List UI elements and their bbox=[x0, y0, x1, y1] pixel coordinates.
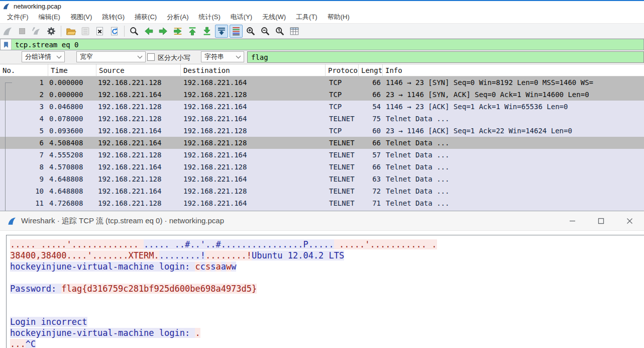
packet-row[interactable]: 104.648808192.168.221.164192.168.221.128… bbox=[0, 185, 644, 197]
packet-row[interactable]: 84.570808192.168.221.164192.168.221.128T… bbox=[0, 161, 644, 173]
packet-cell-info: 23 → 1146 [SYN, ACK] Seq=0 Ack=1 Win=146… bbox=[383, 89, 644, 101]
packet-cell-protocol: TCP bbox=[326, 76, 359, 89]
packet-cell-source: 192.168.221.128 bbox=[96, 149, 181, 161]
menu-item[interactable]: 文件(F) bbox=[2, 11, 34, 23]
menu-item[interactable]: 统计(S) bbox=[193, 11, 225, 23]
menu-item[interactable]: 帮助(H) bbox=[323, 11, 355, 23]
find-type-dropdown[interactable]: 字符串 bbox=[201, 51, 244, 62]
find-char-width-value: 宽窄 bbox=[80, 52, 93, 61]
go-first-packet-icon[interactable] bbox=[186, 25, 199, 38]
column-header-info[interactable]: Info bbox=[383, 64, 644, 76]
menu-item[interactable]: 捕获(C) bbox=[130, 11, 162, 23]
toolbar-separator bbox=[124, 26, 125, 37]
go-forward-icon[interactable] bbox=[157, 25, 170, 38]
packet-list-header: No.TimeSourceDestinationProtocolLengthIn… bbox=[0, 64, 644, 76]
packet-cell-length: 66 bbox=[359, 89, 383, 101]
auto-scroll-icon[interactable] bbox=[215, 25, 228, 38]
packet-cell-length: 60 bbox=[359, 125, 383, 137]
find-search-in-dropdown[interactable]: 分组详情 bbox=[22, 51, 65, 62]
packet-row[interactable]: 74.555208192.168.221.128192.168.221.164T… bbox=[0, 149, 644, 161]
stream-content-box[interactable]: ..... .....'............. ..... ..#..'..… bbox=[6, 235, 644, 348]
column-header-protocol[interactable]: Protocol bbox=[326, 64, 359, 76]
menu-item[interactable]: 无线(W) bbox=[257, 11, 291, 23]
zoom-out-icon[interactable] bbox=[259, 25, 272, 38]
column-header-time[interactable]: Time bbox=[48, 64, 96, 76]
find-packet-icon[interactable] bbox=[128, 25, 141, 38]
title-bar: networking.pcap bbox=[0, 1, 644, 11]
packet-cell-no: 6 bbox=[0, 137, 48, 149]
packet-cell-destination: 192.168.221.128 bbox=[181, 137, 326, 149]
server-data-segment: ........! bbox=[159, 250, 205, 260]
menu-item[interactable]: 跳转(G) bbox=[97, 11, 130, 23]
menu-item[interactable]: 分析(A) bbox=[162, 11, 193, 23]
client-data-segment: flag{d316759c281bf925d600be698a4973d5} bbox=[61, 284, 257, 294]
packet-cell-destination: 192.168.221.128 bbox=[181, 89, 326, 101]
column-header-length[interactable]: Length bbox=[359, 64, 383, 76]
stream-line bbox=[10, 294, 644, 305]
case-sensitive-checkbox[interactable] bbox=[147, 53, 155, 61]
server-data-segment: hockeyinjune-virtual-machine login: bbox=[10, 328, 195, 338]
packet-row[interactable]: 10.000000192.168.221.128192.168.221.164T… bbox=[0, 76, 644, 89]
toolbar-separator bbox=[61, 26, 61, 37]
minimize-button[interactable] bbox=[558, 211, 587, 230]
column-header-destination[interactable]: Destination bbox=[181, 64, 326, 76]
filter-bookmark-button[interactable] bbox=[1, 39, 12, 50]
packet-row[interactable]: 114.726808192.168.221.128192.168.221.164… bbox=[0, 197, 644, 209]
menu-item[interactable]: 视图(V) bbox=[65, 11, 97, 23]
stream-line: Login incorrect bbox=[10, 316, 644, 327]
column-header-source[interactable]: Source bbox=[96, 64, 181, 76]
packet-cell-length: 71 bbox=[359, 197, 383, 209]
packet-cell-no: 2 bbox=[0, 89, 48, 101]
stop-capture-icon bbox=[16, 25, 29, 38]
zoom-in-icon[interactable] bbox=[244, 25, 257, 38]
packet-row[interactable]: 94.648808192.168.221.128192.168.221.164T… bbox=[0, 173, 644, 185]
display-filter-input[interactable] bbox=[12, 39, 643, 50]
go-back-icon[interactable] bbox=[142, 25, 155, 38]
menu-item[interactable]: 电话(Y) bbox=[226, 11, 257, 23]
column-header-no[interactable]: No. bbox=[0, 64, 48, 76]
stream-line: 38400,38400....'.......XTERM.........!..… bbox=[10, 250, 644, 261]
zoom-original-icon[interactable] bbox=[273, 25, 286, 38]
reload-file-icon[interactable] bbox=[108, 25, 121, 38]
close-file-icon[interactable] bbox=[93, 25, 106, 38]
stream-line: hockeyinjune-virtual-machine login: ccss… bbox=[10, 261, 644, 272]
colorize-packets-icon[interactable] bbox=[230, 25, 243, 38]
packet-list: No.TimeSourceDestinationProtocolLengthIn… bbox=[0, 64, 644, 211]
related-packets-line bbox=[5, 82, 6, 211]
packet-row[interactable]: 30.046800192.168.221.128192.168.221.164T… bbox=[0, 101, 644, 113]
server-data-segment: Ubuntu 12.04.2 LTS bbox=[252, 250, 344, 260]
find-query-input[interactable] bbox=[247, 51, 644, 63]
close-button[interactable] bbox=[615, 211, 644, 230]
open-file-icon[interactable] bbox=[64, 25, 77, 38]
packet-cell-destination: 192.168.221.164 bbox=[181, 101, 326, 113]
packet-cell-length: 54 bbox=[359, 101, 383, 113]
packet-row[interactable]: 20.000000192.168.221.164192.168.221.128T… bbox=[0, 89, 644, 101]
packet-cell-time: 0.093600 bbox=[48, 125, 96, 137]
packet-cell-no: 11 bbox=[0, 197, 48, 209]
menu-item[interactable]: 工具(T) bbox=[291, 11, 323, 23]
client-data-segment: .....'........... . bbox=[334, 239, 437, 249]
packet-cell-no: 8 bbox=[0, 161, 48, 173]
packet-cell-time: 0.078000 bbox=[48, 113, 96, 125]
go-last-packet-icon[interactable] bbox=[200, 25, 213, 38]
packet-cell-source: 192.168.221.164 bbox=[96, 125, 181, 137]
go-to-packet-icon[interactable] bbox=[171, 25, 184, 38]
packet-row[interactable]: 40.078000192.168.221.128192.168.221.164T… bbox=[0, 113, 644, 125]
resize-columns-icon[interactable] bbox=[288, 25, 301, 38]
packet-cell-protocol: TELNET bbox=[326, 137, 359, 149]
chevron-down-icon bbox=[138, 54, 143, 59]
maximize-button[interactable] bbox=[587, 211, 615, 230]
stream-text: ..... .....'............. ..... ..#..'..… bbox=[10, 239, 644, 348]
packet-row[interactable]: 50.093600192.168.221.164192.168.221.128T… bbox=[0, 125, 644, 137]
packet-cell-time: 4.570808 bbox=[48, 161, 96, 173]
menu-bar: 文件(F)编辑(E)视图(V)跳转(G)捕获(C)分析(A)统计(S)电话(Y)… bbox=[0, 11, 644, 23]
packet-cell-destination: 192.168.221.128 bbox=[181, 185, 326, 197]
find-char-width-dropdown[interactable]: 宽窄 bbox=[76, 51, 146, 62]
capture-options-icon[interactable] bbox=[45, 25, 58, 38]
packet-cell-time: 0.000000 bbox=[48, 89, 96, 101]
packet-cell-protocol: TELNET bbox=[326, 149, 359, 161]
stream-line: ..... .....'............. ..... ..#..'..… bbox=[10, 239, 644, 250]
packet-row[interactable]: 64.508408192.168.221.164192.168.221.128T… bbox=[0, 137, 644, 149]
follow-tcp-stream-dialog: Wireshark · 追踪 TCP 流 (tcp.stream eq 0) ·… bbox=[0, 211, 644, 348]
menu-item[interactable]: 编辑(E) bbox=[34, 11, 65, 23]
